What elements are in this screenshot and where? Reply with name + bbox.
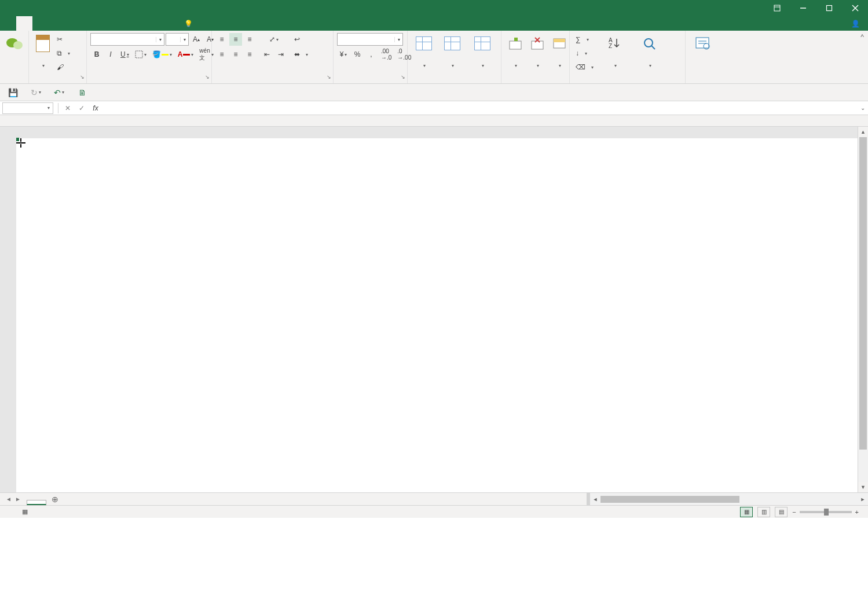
- increase-decimal-button[interactable]: .00→.0: [379, 48, 394, 61]
- font-color-button[interactable]: A▾: [175, 48, 196, 61]
- fill-color-button[interactable]: 🪣▾: [150, 48, 174, 61]
- font-name-combo[interactable]: ▾: [90, 33, 164, 46]
- tab-review[interactable]: [113, 16, 130, 31]
- scroll-left-button[interactable]: ◄: [590, 496, 600, 502]
- increase-indent-button[interactable]: ⇥: [274, 48, 287, 61]
- formula-editor[interactable]: [102, 102, 858, 114]
- clear-button[interactable]: ⌫▾: [573, 61, 596, 73]
- save-button[interactable]: 💾: [6, 86, 20, 100]
- zoom-slider[interactable]: [800, 511, 852, 513]
- delete-cells-button[interactable]: ▾: [527, 33, 548, 71]
- underline-button[interactable]: U▾: [118, 48, 131, 61]
- view-page-layout-button[interactable]: ▥: [757, 507, 770, 517]
- tab-insert[interactable]: [49, 16, 65, 31]
- scroll-up-button[interactable]: ▲: [858, 127, 868, 137]
- new-sheet-button[interactable]: ⊕: [47, 493, 63, 505]
- wrap-text-button[interactable]: ↩: [292, 33, 310, 46]
- cancel-formula-button[interactable]: ✕: [61, 104, 75, 112]
- svg-rect-15: [554, 39, 565, 42]
- cell-styles-button[interactable]: ▾: [467, 33, 497, 71]
- clipboard-launcher[interactable]: ↘: [80, 74, 85, 80]
- tab-page-layout[interactable]: [65, 16, 81, 31]
- view-normal-button[interactable]: ▦: [740, 507, 753, 517]
- touch-mode-button[interactable]: 🗎: [75, 86, 89, 100]
- tab-file[interactable]: [0, 16, 16, 31]
- tell-me-search[interactable]: 💡: [178, 16, 202, 31]
- zoom-out-button[interactable]: −: [792, 509, 796, 516]
- insert-function-button[interactable]: fx: [89, 104, 102, 112]
- increase-font-button[interactable]: A▴: [190, 33, 203, 46]
- redo-button[interactable]: ↻▾: [29, 86, 43, 100]
- align-left-button[interactable]: ≡: [215, 48, 228, 61]
- share-button[interactable]: 👤: [845, 20, 868, 28]
- tab-pdf-tools[interactable]: [162, 16, 178, 31]
- decrease-indent-button[interactable]: ⇤: [261, 48, 273, 61]
- font-size-combo[interactable]: ▾: [166, 33, 189, 46]
- zoom-in-button[interactable]: +: [855, 509, 859, 516]
- cut-button[interactable]: ✂: [54, 33, 72, 46]
- align-right-button[interactable]: ≡: [243, 48, 256, 61]
- horizontal-scrollbar[interactable]: ◄ ►: [590, 493, 868, 505]
- orientation-button[interactable]: ⤢▾: [261, 33, 287, 46]
- name-box-dropdown[interactable]: ▾: [45, 105, 53, 111]
- accounting-format-button[interactable]: ¥▾: [337, 48, 350, 61]
- collapse-ribbon-button[interactable]: ^: [856, 31, 868, 83]
- ribbon-display-options-button[interactable]: [764, 0, 790, 16]
- undo-button[interactable]: ↶▾: [52, 86, 66, 100]
- tab-view[interactable]: [130, 16, 146, 31]
- align-bottom-button[interactable]: ≡: [243, 33, 256, 46]
- clipboard-icon: [34, 34, 52, 53]
- paste-button[interactable]: ▾: [32, 33, 53, 71]
- number-launcher[interactable]: ↘: [401, 74, 405, 80]
- invoice-check-button[interactable]: [689, 33, 716, 62]
- close-button[interactable]: [842, 0, 868, 16]
- tab-home[interactable]: [16, 16, 32, 31]
- align-middle-button[interactable]: ≡: [229, 33, 242, 46]
- comma-format-button[interactable]: ,: [365, 48, 378, 61]
- italic-button[interactable]: I: [104, 48, 117, 61]
- insert-cells-button[interactable]: ▾: [505, 33, 526, 71]
- align-top-button[interactable]: ≡: [215, 33, 228, 46]
- vertical-scroll-thumb[interactable]: [859, 137, 867, 450]
- tab-data[interactable]: [97, 16, 113, 31]
- align-center-button[interactable]: ≡: [229, 48, 242, 61]
- expand-formula-bar-button[interactable]: ⌄: [858, 105, 868, 111]
- cell-format-button[interactable]: ▾: [549, 33, 570, 71]
- find-select-button[interactable]: ▾: [634, 33, 665, 71]
- vertical-scrollbar[interactable]: ▲ ▼: [858, 127, 868, 492]
- view-page-break-button[interactable]: ▤: [775, 507, 788, 517]
- name-box[interactable]: ▾: [2, 102, 53, 114]
- tab-my-templates[interactable]: [32, 16, 49, 31]
- font-launcher[interactable]: ↘: [205, 74, 210, 80]
- sheet-nav-last[interactable]: ►: [15, 496, 21, 502]
- minimize-button[interactable]: [790, 0, 816, 16]
- tab-developer[interactable]: [146, 16, 162, 31]
- number-format-combo[interactable]: ▾: [337, 33, 403, 46]
- bold-button[interactable]: B: [90, 48, 103, 61]
- sheet-tab-sheet1[interactable]: [27, 500, 46, 505]
- table-format-icon: [443, 34, 462, 53]
- horizontal-scroll-thumb[interactable]: [600, 496, 739, 503]
- scroll-down-button[interactable]: ▼: [858, 482, 868, 492]
- fill-button[interactable]: ↓▾: [573, 47, 596, 60]
- conditional-formatting-button[interactable]: ▾: [411, 33, 437, 71]
- macro-record-icon[interactable]: ▦: [22, 508, 28, 516]
- merge-center-button[interactable]: ⬌▾: [292, 48, 310, 61]
- format-as-table-button[interactable]: ▾: [438, 33, 466, 71]
- send-to-wechat-button[interactable]: [3, 33, 25, 62]
- group-label-font: ↘: [87, 74, 211, 83]
- sort-filter-button[interactable]: AZ ▾: [599, 33, 631, 71]
- enter-formula-button[interactable]: ✓: [75, 104, 89, 112]
- alignment-launcher[interactable]: ↘: [327, 74, 331, 80]
- maximize-button[interactable]: [816, 0, 842, 16]
- percent-format-button[interactable]: %: [351, 48, 364, 61]
- delete-cells-icon: [528, 34, 547, 53]
- scroll-right-button[interactable]: ►: [858, 496, 868, 502]
- format-painter-button[interactable]: 🖌: [54, 61, 72, 73]
- sort-filter-icon: AZ: [606, 34, 624, 53]
- copy-button[interactable]: ⧉▾: [54, 47, 72, 60]
- tab-formulas[interactable]: [81, 16, 97, 31]
- sheet-nav-first[interactable]: ◄: [6, 496, 12, 502]
- autosum-button[interactable]: ∑▾: [573, 33, 596, 46]
- borders-button[interactable]: ▾: [133, 48, 149, 61]
